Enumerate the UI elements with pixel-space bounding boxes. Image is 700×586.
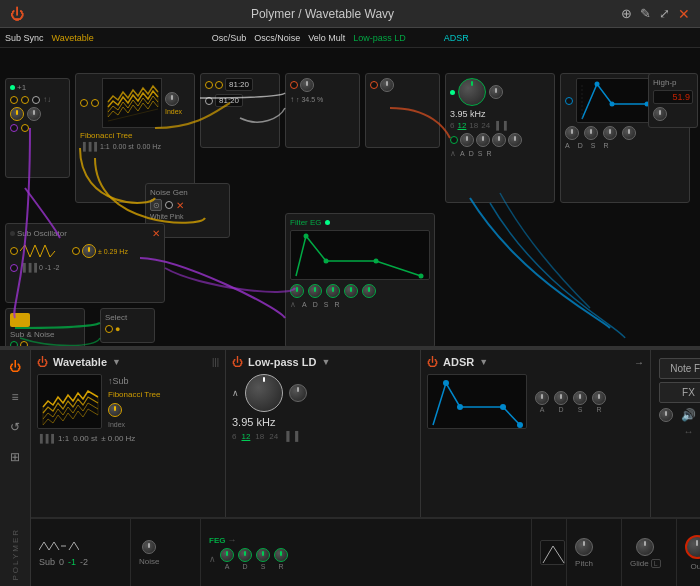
- feg-knob-4[interactable]: [344, 284, 358, 298]
- external-icon[interactable]: ⤢: [659, 6, 670, 21]
- feg-knob-2[interactable]: [308, 284, 322, 298]
- subosc-knob[interactable]: [82, 244, 96, 258]
- lp-knob2[interactable]: [460, 133, 474, 147]
- highpass-knob[interactable]: [653, 107, 667, 121]
- wt-panel-arrow[interactable]: ▼: [112, 357, 121, 367]
- filter-6[interactable]: 6: [450, 121, 454, 130]
- oscnoise-knob[interactable]: [300, 78, 314, 92]
- glide-knob[interactable]: [636, 538, 654, 556]
- subosc-port-2[interactable]: [72, 247, 80, 255]
- filter-eg-label: Filter EG: [290, 218, 322, 227]
- sub-val-0[interactable]: 0: [59, 557, 64, 567]
- sub-sync-port-4[interactable]: [10, 124, 18, 132]
- feg-knob-3[interactable]: [326, 284, 340, 298]
- lp-port-1[interactable]: [450, 136, 458, 144]
- wt-panel-bars[interactable]: |||: [212, 357, 219, 367]
- lp-filter-6[interactable]: 6: [232, 432, 236, 441]
- adsr-d-knob[interactable]: [584, 126, 598, 140]
- lp-panel-arrow[interactable]: ▼: [321, 357, 330, 367]
- feg-knob-1[interactable]: [290, 284, 304, 298]
- sub-val-2[interactable]: -2: [80, 557, 88, 567]
- adsr-panel-power[interactable]: ⏻: [427, 356, 438, 368]
- feg-panel-d-knob[interactable]: [238, 548, 252, 562]
- oscsub-port-3[interactable]: [205, 97, 213, 105]
- sub-sync-port-2[interactable]: [21, 96, 29, 104]
- adsr-port-out[interactable]: [565, 97, 573, 105]
- wt-semi: 0.00 st: [113, 143, 134, 150]
- subosc-close[interactable]: ✕: [152, 228, 160, 239]
- adsr-panel-s-knob[interactable]: [573, 391, 587, 405]
- sidebar-refresh-icon[interactable]: ↺: [3, 415, 27, 439]
- pitch-label: Pitch: [575, 559, 593, 568]
- velomult-knob[interactable]: [380, 78, 394, 92]
- lp-cutoff-knob[interactable]: [458, 78, 486, 106]
- adsr-panel-dropdown[interactable]: ▼: [479, 357, 488, 367]
- lp-freq: 3.95 kHz: [450, 109, 550, 119]
- out-knob[interactable]: [685, 535, 700, 559]
- lp-panel-res-knob[interactable]: [289, 384, 307, 402]
- lp-filter-18[interactable]: 18: [255, 432, 264, 441]
- velomult-port-1[interactable]: [370, 81, 378, 89]
- lp-res-knob[interactable]: [489, 85, 503, 99]
- noise-knob[interactable]: [142, 540, 156, 554]
- zoom-icon[interactable]: ⊕: [621, 6, 632, 21]
- edit-icon[interactable]: ✎: [640, 6, 651, 21]
- noise-close-icon[interactable]: ✕: [176, 200, 184, 211]
- lp-knob5[interactable]: [508, 133, 522, 147]
- lp-panel-power[interactable]: ⏻: [232, 356, 243, 368]
- adsr-s-knob[interactable]: [603, 126, 617, 140]
- note-fx-button[interactable]: Note FX: [659, 358, 700, 379]
- select-port[interactable]: [105, 325, 113, 333]
- feg-panel-s-knob[interactable]: [256, 548, 270, 562]
- adsr-panel-d-knob[interactable]: [554, 391, 568, 405]
- subosc-port-1[interactable]: [10, 247, 18, 255]
- notefx-knob-1[interactable]: [659, 408, 673, 422]
- adsr-panel-s-label: S: [578, 406, 583, 413]
- noise-port[interactable]: [165, 201, 173, 209]
- feg-panel-r-knob[interactable]: [274, 548, 288, 562]
- wt-port-2[interactable]: [91, 99, 99, 107]
- noise-link-icon[interactable]: ⊙: [150, 199, 162, 211]
- sub-noise-port-1[interactable]: [10, 341, 18, 348]
- sub-sync-knob-1[interactable]: [10, 107, 24, 121]
- fx-button[interactable]: FX: [659, 382, 700, 403]
- adsr-panel-r-knob[interactable]: [592, 391, 606, 405]
- sub-sync-port-3[interactable]: [32, 96, 40, 104]
- sub-sync-port-1[interactable]: [10, 96, 18, 104]
- filter-12[interactable]: 12: [457, 121, 466, 130]
- glide-l-indicator[interactable]: L: [651, 559, 661, 568]
- sub-label: Sub: [39, 557, 55, 567]
- filter-18[interactable]: 18: [469, 121, 478, 130]
- close-button[interactable]: ✕: [678, 6, 690, 22]
- lp-knob4[interactable]: [492, 133, 506, 147]
- feg-panel-a-knob[interactable]: [220, 548, 234, 562]
- sidebar-grid-icon[interactable]: ⊞: [3, 445, 27, 469]
- sub-sync-knob-2[interactable]: [27, 107, 41, 121]
- sub-noise-port-2[interactable]: [20, 341, 28, 348]
- wt-panel-power[interactable]: ⏻: [37, 356, 48, 368]
- sub-val-1[interactable]: -1: [68, 557, 76, 567]
- oscsub-port-2[interactable]: [215, 81, 223, 89]
- pitch-knob[interactable]: [575, 538, 593, 556]
- adsr-r-knob[interactable]: [622, 126, 636, 140]
- sidebar-menu-icon[interactable]: ≡: [3, 385, 27, 409]
- oscnoise-port-1[interactable]: [290, 81, 298, 89]
- wt-knob-index[interactable]: [165, 92, 179, 106]
- wt-panel-semi: 0.00 st: [73, 434, 97, 443]
- lp-filter-12[interactable]: 12: [241, 432, 250, 441]
- lp-filter-24[interactable]: 24: [269, 432, 278, 441]
- lp-knob3[interactable]: [476, 133, 490, 147]
- adsr-a-knob[interactable]: [565, 126, 579, 140]
- oscsub-port-1[interactable]: [205, 81, 213, 89]
- noise-label: Noise: [139, 557, 159, 566]
- feg-knob-5[interactable]: [362, 284, 376, 298]
- sub-sync-port-5[interactable]: [21, 124, 29, 132]
- power-button[interactable]: ⏻: [10, 6, 24, 22]
- wt-port-in[interactable]: [80, 99, 88, 107]
- adsr-panel-a-knob[interactable]: [535, 391, 549, 405]
- lp-panel-cutoff-knob[interactable]: [245, 374, 283, 412]
- wt-panel-index-knob[interactable]: [108, 403, 122, 417]
- filter-24[interactable]: 24: [481, 121, 490, 130]
- subosc-port-3[interactable]: [10, 264, 18, 272]
- sidebar-power-icon[interactable]: ⏻: [3, 355, 27, 379]
